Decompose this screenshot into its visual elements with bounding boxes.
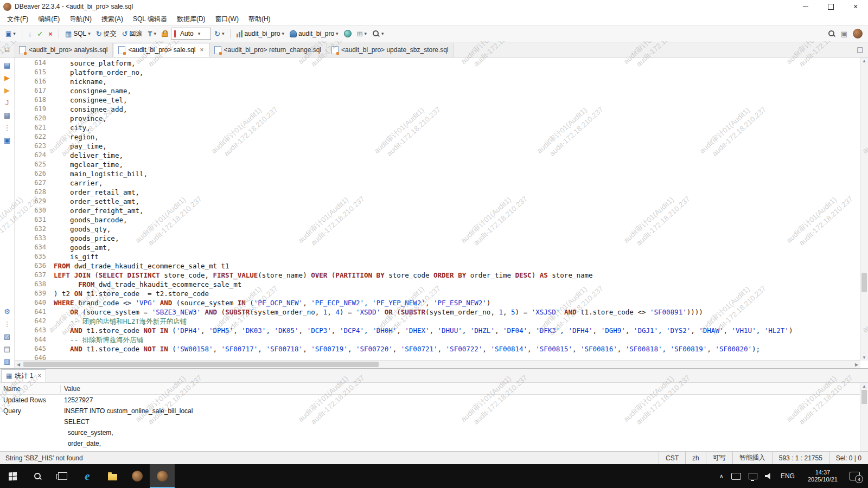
horizontal-scrollbar[interactable]: ◀ ▶ bbox=[15, 360, 860, 368]
code-line[interactable]: 628 order_retail_amt, bbox=[15, 188, 868, 197]
lock-button[interactable] bbox=[159, 27, 170, 40]
close-button[interactable]: × bbox=[843, 0, 868, 13]
gear-icon[interactable]: ⚙ bbox=[4, 308, 10, 315]
run-script-icon[interactable]: ▶ bbox=[4, 87, 10, 94]
code-line[interactable]: 642 -- 团购的店铺和HL2T海外新开的店铺 bbox=[15, 317, 868, 326]
code-line[interactable]: 633 goods_price, bbox=[15, 234, 868, 243]
code-line[interactable]: 641 OR (source_system = 'SBZE3_NEW3' AND… bbox=[15, 307, 868, 317]
menu-item[interactable]: 窗口(W) bbox=[210, 15, 244, 24]
clock[interactable]: 14:37 2025/10/21 bbox=[800, 464, 846, 488]
book-icon[interactable]: ▤ bbox=[4, 62, 10, 69]
commit-button[interactable]: ↻提交 bbox=[94, 27, 119, 40]
editor-tab[interactable]: <audit_bi_pro> update_sbz_store.sql bbox=[327, 43, 454, 57]
sql-editor[interactable]: 614 source_platform,615 platform_order_n… bbox=[15, 57, 868, 368]
editor-tab[interactable]: <audit_bi_pro> sale.sql× bbox=[113, 43, 209, 57]
menu-item[interactable]: 帮助(H) bbox=[244, 15, 276, 24]
vertical-scroll-thumb[interactable] bbox=[861, 273, 867, 292]
code-line[interactable]: 631 goods_barcode, bbox=[15, 215, 868, 224]
layout-button[interactable]: ⊞▾ bbox=[355, 27, 369, 40]
touch-keyboard-button[interactable] bbox=[727, 464, 745, 488]
menu-item[interactable]: 数据库(D) bbox=[172, 15, 210, 24]
statusbar-item[interactable]: Sel: 0 | 0 bbox=[829, 452, 868, 464]
stats-row[interactable]: QueryINSERT INTO custom_online_sale_bill… bbox=[0, 406, 868, 449]
start-button[interactable] bbox=[0, 464, 25, 488]
menu-item[interactable]: 文件(F) bbox=[2, 15, 33, 24]
console-icon[interactable]: ▣ bbox=[4, 137, 10, 144]
script-alert-icon[interactable]: J bbox=[5, 99, 9, 106]
code-line[interactable]: 624 deliver_time, bbox=[15, 151, 868, 160]
minimize-button[interactable] bbox=[793, 0, 818, 13]
statusbar-item[interactable]: CST bbox=[659, 452, 685, 464]
menu-item[interactable]: SQL 编辑器 bbox=[128, 15, 172, 24]
code-line[interactable]: 635 is_gift bbox=[15, 252, 868, 261]
menu-item[interactable]: 搜索(A) bbox=[97, 15, 128, 24]
quick-search-icon[interactable] bbox=[828, 30, 835, 37]
doc-icon[interactable]: ▤ bbox=[4, 345, 10, 352]
code-line[interactable]: 617 consignee_name, bbox=[15, 86, 868, 95]
code-line[interactable]: 637LEFT JOIN (SELECT DISTINCT store_code… bbox=[15, 271, 868, 280]
dbeaver-taskbar-button-1[interactable] bbox=[125, 464, 150, 488]
menu-item[interactable]: 编辑(E) bbox=[33, 15, 65, 24]
column-header-name[interactable]: Name bbox=[0, 385, 61, 393]
rollback-state-button[interactable]: × bbox=[46, 27, 55, 40]
code-line[interactable]: 619 consignee_add, bbox=[15, 105, 868, 114]
schema-selector[interactable]: audit_bi_pro▾ bbox=[288, 27, 341, 40]
code-line[interactable]: 626 main_logistic_bill, bbox=[15, 169, 868, 178]
tray-expand-button[interactable]: ∧ bbox=[716, 464, 727, 488]
code-line[interactable]: 644 -- 排除斯博兹海外店铺 bbox=[15, 335, 868, 344]
column-header-value[interactable]: Value bbox=[61, 385, 84, 393]
network-tray-button[interactable] bbox=[745, 464, 761, 488]
doc-check-icon[interactable]: ▥ bbox=[4, 358, 10, 365]
drag-dots-icon[interactable]: ⋮ bbox=[4, 124, 11, 131]
code-line[interactable]: 625 mgclear_time, bbox=[15, 160, 868, 169]
code-line[interactable]: 620 province, bbox=[15, 114, 868, 123]
scroll-up-icon[interactable]: ▲ bbox=[860, 57, 868, 64]
statistics-tab[interactable]: ▦ 统计 1 × bbox=[1, 369, 46, 382]
code-line[interactable]: 614 source_platform, bbox=[15, 59, 868, 68]
menu-item[interactable]: 导航(N) bbox=[65, 15, 97, 24]
action-center-button[interactable]: 4 bbox=[846, 464, 868, 488]
code-line[interactable]: 634 goods_amt, bbox=[15, 243, 868, 252]
maximize-button[interactable] bbox=[818, 0, 843, 13]
editor-tab[interactable]: <audit_bi_pro> analysis.sql bbox=[14, 43, 113, 57]
code-line[interactable]: 638 FROM dwd_trade_hkaudit_ecommerce_sal… bbox=[15, 280, 868, 289]
code-line[interactable]: 623 pay_time, bbox=[15, 142, 868, 151]
volume-tray-button[interactable] bbox=[761, 464, 776, 488]
task-view-button[interactable] bbox=[50, 464, 75, 488]
restore-panels-icon[interactable]: ⊟ bbox=[0, 42, 14, 57]
statusbar-item[interactable]: zh bbox=[685, 452, 706, 464]
internet-explorer-button[interactable]: e bbox=[75, 464, 100, 488]
scroll-up-icon[interactable]: ▲ bbox=[860, 383, 868, 389]
find-button[interactable]: ▾ bbox=[370, 27, 386, 40]
taskbar-search-button[interactable] bbox=[25, 464, 50, 488]
horizontal-scroll-thumb[interactable] bbox=[23, 362, 379, 367]
code-line[interactable]: 632 goods_qty, bbox=[15, 224, 868, 234]
code-line[interactable]: 621 city, bbox=[15, 123, 868, 132]
scroll-left-icon[interactable]: ◀ bbox=[15, 361, 22, 368]
dbeaver-taskbar-button-2[interactable] bbox=[150, 464, 175, 488]
drag-dots-icon[interactable]: ⋮ bbox=[4, 320, 11, 328]
history-button[interactable]: ↻▾ bbox=[212, 27, 226, 40]
vertical-scrollbar[interactable]: ▲ ▼ bbox=[860, 57, 868, 361]
code-line[interactable]: 629 order_settle_amt, bbox=[15, 197, 868, 206]
statusbar-item[interactable]: 593 : 1 : 21755 bbox=[772, 452, 829, 464]
code-line[interactable]: 627 carrier, bbox=[15, 178, 868, 188]
close-panel-icon[interactable]: × bbox=[37, 372, 41, 380]
code-line[interactable]: 622 region, bbox=[15, 132, 868, 142]
panel-scrollbar[interactable]: ▲ bbox=[860, 383, 868, 451]
commit-mode-combo[interactable]: Auto▾ bbox=[171, 28, 211, 40]
panel-scroll-thumb[interactable] bbox=[861, 390, 867, 404]
code-line[interactable]: 636FROM dwd_trade_hkaudit_ecommerce_sale… bbox=[15, 261, 868, 271]
stats-row[interactable]: Updated Rows12527927 bbox=[0, 395, 868, 406]
run-icon[interactable]: ▶ bbox=[4, 74, 10, 81]
code-line[interactable]: 616 nickname, bbox=[15, 77, 868, 86]
maximize-view-icon[interactable]: □ bbox=[857, 45, 863, 55]
statusbar-item[interactable]: 可写 bbox=[706, 452, 732, 464]
editor-tab[interactable]: <audit_bi_pro> return_change.sql bbox=[209, 43, 327, 57]
sql-menu-button[interactable]: ▦SQL▾ bbox=[63, 27, 93, 40]
network-status-button[interactable] bbox=[342, 27, 354, 40]
sync-button[interactable]: ↓ bbox=[26, 27, 34, 40]
grid-icon[interactable]: ▦ bbox=[4, 112, 10, 119]
transaction-mode-button[interactable]: T▾ bbox=[146, 27, 158, 40]
scroll-right-icon[interactable]: ▶ bbox=[853, 361, 860, 368]
